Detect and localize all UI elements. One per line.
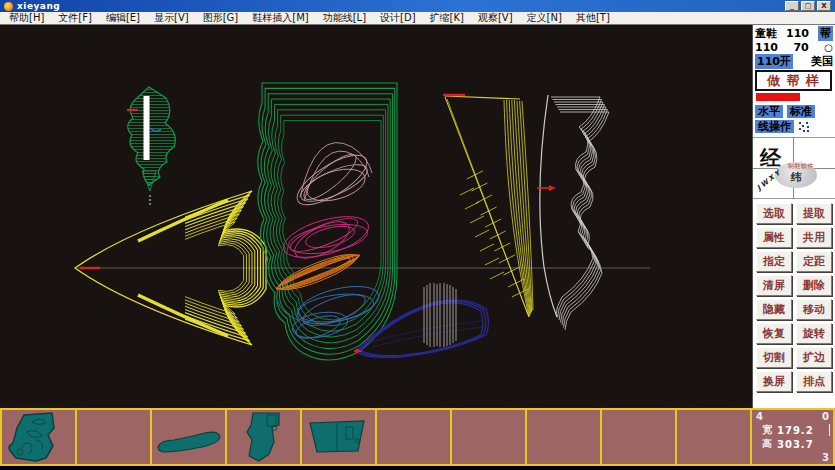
width-value: 70 [793, 41, 808, 54]
window-controls: _ □ X [785, 1, 833, 11]
app-window: xieyang _ □ X 帮助[H] 文件[F] 编辑[E] 显示[V] 图形… [0, 0, 835, 470]
line-op-row: 线操作 [753, 119, 835, 134]
film-strip-cell-7[interactable] [452, 410, 525, 464]
menu-scale[interactable]: 扩缩[K] [430, 12, 464, 24]
film-strip-cell-5[interactable] [302, 410, 375, 464]
menu-file[interactable]: 文件[F] [58, 12, 92, 24]
sole-hatch [424, 283, 456, 347]
upper-mode-badge[interactable]: 帮 [818, 26, 833, 41]
thumbnail-quarter-panel [302, 410, 375, 464]
window-title: xieyang [17, 1, 60, 11]
menu-define[interactable]: 定义[N] [527, 12, 562, 24]
size-value: 110 [786, 27, 809, 40]
film-strip-cell-1[interactable] [2, 410, 75, 464]
assign-button[interactable]: 指定 [756, 251, 792, 272]
move-button[interactable]: 移动 [796, 299, 832, 320]
logo-sub-character: 纬 [791, 170, 802, 185]
red-indicator-bar [756, 93, 800, 101]
height-label: 高 [762, 437, 772, 451]
clear-screen-button[interactable]: 清屏 [756, 275, 792, 296]
menu-observe[interactable]: 观察[V] [478, 12, 513, 24]
film-strip-cell-3[interactable] [152, 410, 225, 464]
film-strip-cell-8[interactable] [527, 410, 600, 464]
line-op-icon [798, 121, 810, 133]
region-label: 美国 [811, 54, 833, 69]
size-info-row1: 童鞋 110 帮 [753, 26, 835, 40]
circle-indicator: ○ [824, 42, 833, 53]
property-button[interactable]: 属性 [756, 227, 792, 248]
size-info-row3: 110开 美国 [753, 54, 835, 68]
menu-bar: 帮助[H] 文件[F] 编辑[E] 显示[V] 图形[G] 鞋样插入[M] 功能… [0, 12, 835, 25]
mode-toggles: 水平 标准 [753, 104, 835, 119]
brand-logo: 经 制鞋软件 纬 JWXY [753, 137, 835, 199]
sole [354, 283, 489, 357]
counter-piece [537, 95, 609, 330]
thumbnail-sole [152, 410, 225, 464]
restore-shape-button[interactable]: 恢复 [756, 323, 792, 344]
shoe-type-label: 童鞋 [755, 26, 777, 41]
menu-insert-pattern[interactable]: 鞋样插入[M] [252, 12, 308, 24]
length-value: 110 [755, 41, 778, 54]
cut-button[interactable]: 切割 [756, 347, 792, 368]
menu-view[interactable]: 显示[V] [154, 12, 189, 24]
delete-button[interactable]: 删除 [796, 275, 832, 296]
make-upper-pattern-button[interactable]: 做 帮 样 [755, 70, 832, 91]
quarter-hatch [460, 171, 528, 297]
thumbnail-boot-decorated [2, 410, 75, 464]
menu-function-line[interactable]: 功能线[L] [323, 12, 366, 24]
film-strip-cell-6[interactable] [377, 410, 450, 464]
menu-graphics[interactable]: 图形[G] [203, 12, 239, 24]
thumbnail-boot-upper [227, 410, 300, 464]
lining-rose [290, 143, 374, 214]
status-count-left: 4 [756, 411, 763, 423]
size-info-row2: 110 70 ○ [753, 40, 835, 54]
status-count-bottom: 3 [822, 452, 829, 464]
extract-button[interactable]: 提取 [796, 203, 832, 224]
film-strip-cell-2[interactable] [77, 410, 150, 464]
menu-design[interactable]: 设计[D] [380, 12, 416, 24]
title-bar: xieyang _ □ X [0, 0, 835, 12]
close-button[interactable]: X [817, 1, 831, 11]
control-sidebar: 童鞋 110 帮 110 70 ○ 110开 美国 做 帮 样 水平 标准 线操… [752, 25, 835, 408]
drawing-canvas[interactable] [0, 25, 752, 408]
width-label: 宽 [762, 423, 772, 437]
select-button[interactable]: 选取 [756, 203, 792, 224]
menu-edit[interactable]: 编辑[E] [106, 12, 140, 24]
expand-edge-button[interactable]: 扩边 [796, 347, 832, 368]
width-readout: 179.2 [777, 425, 814, 436]
tool-button-grid: 选取 提取 属性 共用 指定 定距 清屏 删除 隐藏 移动 恢复 旋转 切割 扩… [753, 199, 835, 392]
pattern-drawing [0, 25, 752, 408]
status-panel: 4 0 宽 179.2 高 303.7 3 [752, 410, 833, 464]
lining-magenta [279, 209, 373, 266]
minimize-button[interactable]: _ [785, 1, 799, 11]
window-bottom-edge [0, 466, 835, 470]
film-strip-cell-10[interactable] [677, 410, 750, 464]
fixed-distance-button[interactable]: 定距 [796, 251, 832, 272]
cursor-bar [829, 424, 830, 436]
app-icon [4, 2, 13, 11]
film-strip-cell-4[interactable] [227, 410, 300, 464]
collar-piece [127, 87, 175, 205]
horizontal-toggle[interactable]: 水平 [755, 105, 783, 118]
rotate-button[interactable]: 旋转 [796, 323, 832, 344]
standard-toggle[interactable]: 标准 [787, 105, 815, 118]
boot-upper [258, 83, 397, 360]
menu-help[interactable]: 帮助[H] [9, 12, 44, 24]
film-strip: 4 0 宽 179.2 高 303.7 3 [0, 408, 835, 466]
share-button[interactable]: 共用 [796, 227, 832, 248]
restore-button[interactable]: □ [801, 1, 815, 11]
height-readout: 303.7 [777, 439, 814, 450]
size-system-badge[interactable]: 110开 [755, 54, 793, 69]
status-count-right: 0 [822, 411, 829, 423]
arrange-points-button[interactable]: 排点 [796, 371, 832, 392]
hide-button[interactable]: 隐藏 [756, 299, 792, 320]
switch-screen-button[interactable]: 换屏 [756, 371, 792, 392]
menu-others[interactable]: 其他[T] [576, 12, 610, 24]
film-strip-cell-9[interactable] [602, 410, 675, 464]
quarter-piece [443, 95, 533, 317]
line-operation-toggle[interactable]: 线操作 [755, 120, 794, 133]
